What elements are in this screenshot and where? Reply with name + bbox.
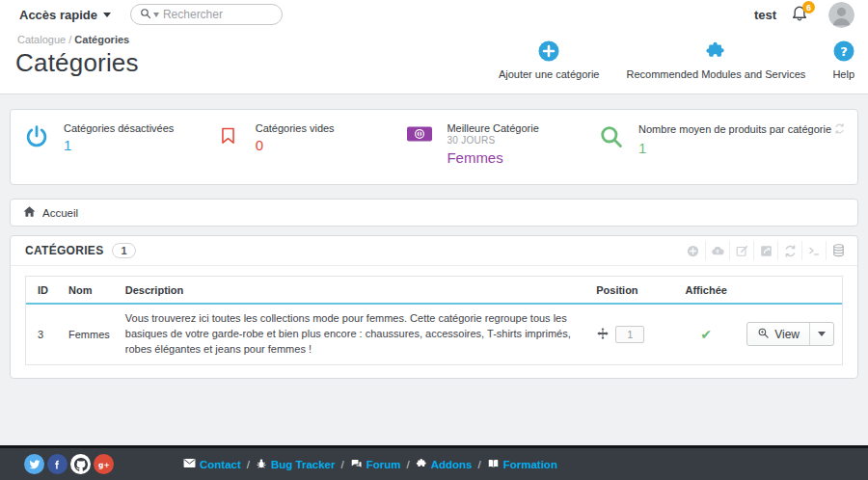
- categories-table: ID Nom Description Position Affichée 3 F…: [25, 276, 843, 365]
- svg-text:g+: g+: [98, 460, 110, 468]
- search-scope-caret-icon[interactable]: [153, 13, 159, 17]
- kpi-avg-products: Nombre moyen de produits par catégorie 1: [597, 122, 846, 184]
- kpi-panel: Catégories désactivées 1 Catégories vide…: [10, 109, 858, 185]
- facebook-icon[interactable]: [47, 454, 68, 474]
- view-button[interactable]: View: [746, 322, 834, 346]
- categories-panel-header: CATÉGORIES 1: [11, 236, 857, 266]
- breadcrumb: Catalogue / Catégories: [17, 34, 139, 45]
- bug-tracker-link[interactable]: Bug Tracker: [256, 458, 335, 471]
- footer: g+ Contact / Bug Tracker / Forum / Addon…: [0, 445, 868, 480]
- move-handle-icon[interactable]: [596, 327, 610, 342]
- svg-text:?: ?: [840, 44, 848, 59]
- kpi-empty-categories: Catégories vides 0: [214, 122, 406, 184]
- admin-page: Accès rapide test 6: [0, 0, 868, 480]
- quick-access-label: Accès rapide: [19, 8, 97, 22]
- contact-link[interactable]: Contact: [183, 458, 241, 470]
- cloud-upload-icon[interactable]: [705, 241, 729, 260]
- column-header-affichee: Affichée: [673, 277, 739, 304]
- recommended-modules-button[interactable]: Recommended Modules and Services: [627, 40, 806, 80]
- column-header-nom: Nom: [61, 277, 118, 304]
- recommended-modules-label: Recommended Modules and Services: [627, 68, 806, 80]
- formation-link[interactable]: Formation: [487, 458, 557, 471]
- quick-access-menu[interactable]: Accès rapide: [19, 8, 111, 22]
- edit-icon[interactable]: [729, 241, 753, 260]
- kpi-label-text: Nombre moyen de produits par catégorie: [638, 123, 831, 135]
- breadcrumb-parent[interactable]: Catalogue: [17, 34, 66, 45]
- chevron-down-icon: [818, 332, 826, 336]
- kpi-label: Nombre moyen de produits par catégorie: [638, 122, 846, 137]
- category-path-bar[interactable]: Accueil: [10, 199, 858, 227]
- question-circle-icon: ?: [833, 40, 854, 64]
- search-icon[interactable]: [140, 6, 151, 23]
- footer-links: Contact / Bug Tracker / Forum / Addons /…: [183, 458, 557, 471]
- column-header-description: Description: [118, 277, 588, 304]
- view-dropdown-toggle[interactable]: [809, 323, 833, 345]
- topbar: Accès rapide test 6: [0, 0, 868, 29]
- kpi-sublabel: 30 JOURS: [447, 135, 538, 146]
- column-header-actions: [739, 277, 842, 304]
- database-icon[interactable]: [826, 241, 850, 260]
- cell-description: Vous trouverez ici toutes les collection…: [118, 304, 588, 364]
- position-input[interactable]: [615, 326, 644, 343]
- help-label: Help: [832, 68, 854, 80]
- kpi-label: Meilleure Catégorie: [447, 122, 538, 134]
- terminal-icon[interactable]: [801, 241, 826, 260]
- footer-separator: /: [341, 459, 344, 470]
- page-header-left: Catalogue / Catégories Catégories: [15, 32, 139, 93]
- addons-link[interactable]: Addons: [416, 458, 473, 471]
- github-icon[interactable]: [70, 454, 91, 474]
- book-icon: [487, 458, 500, 471]
- plus-circle-icon: [538, 40, 559, 64]
- description-text: Vous trouverez ici toutes les collection…: [125, 311, 581, 358]
- add-category-button[interactable]: Ajouter une catégorie: [499, 40, 600, 80]
- avatar[interactable]: [828, 2, 854, 28]
- addons-label: Addons: [431, 459, 473, 470]
- breadcrumb-current: Catégories: [74, 34, 129, 45]
- table-header-row: ID Nom Description Position Affichée: [26, 277, 842, 304]
- username[interactable]: test: [754, 8, 776, 22]
- social-links: g+: [24, 454, 114, 474]
- topbar-right: test 6: [754, 2, 854, 28]
- puzzle-icon: [416, 458, 427, 471]
- forum-icon: [350, 458, 363, 471]
- table-row: 3 Femmes Vous trouverez ici toutes les c…: [26, 304, 842, 364]
- panel-toolbar: [681, 241, 850, 260]
- twitter-icon[interactable]: [24, 454, 44, 474]
- notifications-bell-icon[interactable]: 6: [791, 4, 810, 25]
- chevron-down-icon: [103, 13, 111, 17]
- help-button[interactable]: ? Help: [832, 40, 854, 80]
- categories-panel: CATÉGORIES 1: [10, 235, 858, 379]
- forum-label: Forum: [366, 459, 401, 470]
- page-header-actions: Ajouter une catégorie Recommended Module…: [499, 32, 854, 93]
- page-header: Catalogue / Catégories Catégories Ajoute…: [0, 29, 868, 93]
- banknote-icon: [405, 122, 434, 144]
- bug-icon: [256, 458, 267, 471]
- search-box[interactable]: [130, 4, 283, 25]
- cell-displayed: ✔: [673, 304, 739, 364]
- kpi-top-category: Meilleure Catégorie 30 JOURS Femmes: [405, 122, 597, 184]
- cell-position: [588, 304, 673, 364]
- add-icon[interactable]: [681, 241, 705, 260]
- category-path-label: Accueil: [42, 207, 78, 219]
- cell-name: Femmes: [61, 304, 118, 364]
- kpi-label: Catégories désactivées: [64, 122, 174, 134]
- check-icon[interactable]: ✔: [700, 327, 712, 342]
- refresh-icon[interactable]: [833, 122, 846, 137]
- home-icon: [23, 205, 36, 220]
- forum-link[interactable]: Forum: [350, 458, 401, 471]
- cell-actions: View: [739, 304, 842, 364]
- google-plus-icon[interactable]: g+: [94, 454, 114, 474]
- export-icon[interactable]: [753, 241, 777, 260]
- kpi-text: Catégories vides 0: [256, 122, 335, 153]
- count-badge: 1: [112, 243, 135, 258]
- main-content: Catégories désactivées 1 Catégories vide…: [0, 94, 868, 379]
- kpi-text: Nombre moyen de produits par catégorie 1: [638, 122, 846, 156]
- cell-id: 3: [26, 304, 61, 364]
- search-input[interactable]: [163, 8, 269, 21]
- kpi-value: Femmes: [447, 149, 538, 166]
- bookmark-icon: [214, 122, 243, 147]
- refresh-icon[interactable]: [777, 241, 801, 260]
- view-button-main[interactable]: View: [747, 323, 809, 345]
- kpi-value: 1: [64, 137, 174, 153]
- kpi-value: 0: [256, 137, 335, 153]
